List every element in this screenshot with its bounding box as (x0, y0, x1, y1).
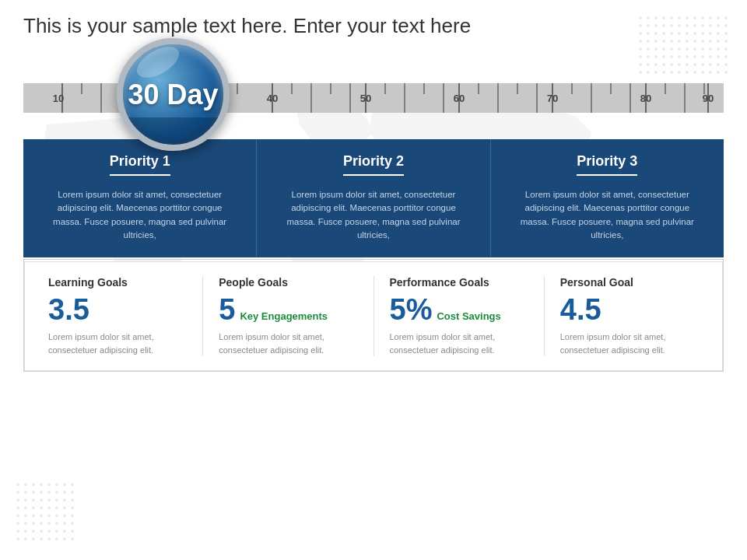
people-value-row: 5 Key Engagements (219, 295, 357, 324)
performance-badge: Cost Savings (437, 310, 500, 322)
main-content: This is your sample text here. Enter you… (0, 0, 747, 372)
people-goals-title: People Goals (219, 276, 357, 289)
svg-text:10: 10 (53, 93, 64, 104)
priority-2-title: Priority 2 (343, 153, 404, 176)
svg-text:50: 50 (360, 93, 371, 104)
svg-text:60: 60 (454, 93, 465, 104)
personal-value: 4.5 (560, 295, 601, 324)
performance-text: Lorem ipsum dolor sit amet, consectetuer… (390, 331, 528, 356)
performance-value-row: 5% Cost Savings (390, 295, 528, 324)
priority-2-text: Lorem ipsum dolor sit amet, consectetuer… (275, 188, 471, 242)
goal-box-people: People Goals 5 Key Engagements Lorem ips… (203, 276, 374, 356)
learning-value-row: 3.5 (48, 295, 187, 324)
page-title: This is your sample text here. Enter you… (23, 14, 724, 38)
magnifier-circle: 30 Day (117, 38, 230, 151)
people-badge: Key Engagements (240, 310, 328, 322)
goal-box-performance: Performance Goals 5% Cost Savings Lorem … (374, 276, 545, 356)
svg-text:40: 40 (267, 93, 278, 104)
priority-box-3: Priority 3 Lorem ipsum dolor sit amet, c… (491, 139, 724, 257)
ruler-container: 10 40 50 60 70 80 90 30 Day (23, 54, 724, 139)
priority-1-text: Lorem ipsum dolor sit amet, consectetuer… (42, 188, 237, 242)
goal-box-learning: Learning Goals 3.5 Lorem ipsum dolor sit… (33, 276, 203, 356)
goals-section: Learning Goals 3.5 Lorem ipsum dolor sit… (24, 261, 723, 371)
svg-text:90: 90 (703, 93, 714, 104)
learning-goals-title: Learning Goals (48, 276, 187, 289)
dot-pattern-bottom (16, 482, 78, 544)
svg-rect-5 (16, 482, 78, 544)
personal-value-row: 4.5 (560, 295, 699, 324)
priority-3-title: Priority 3 (577, 153, 637, 176)
learning-value: 3.5 (48, 295, 89, 324)
learning-text: Lorem ipsum dolor sit amet, consectetuer… (48, 331, 187, 356)
personal-text: Lorem ipsum dolor sit amet, consectetuer… (560, 331, 699, 356)
personal-goal-title: Personal Goal (560, 276, 699, 289)
performance-value: 5% (390, 295, 433, 324)
goals-outer: Learning Goals 3.5 Lorem ipsum dolor sit… (23, 259, 724, 372)
magnifier: 30 Day (117, 38, 241, 163)
people-value: 5 (219, 295, 235, 324)
performance-goals-title: Performance Goals (390, 276, 528, 289)
people-text: Lorem ipsum dolor sit amet, consectetuer… (219, 331, 357, 356)
svg-text:70: 70 (547, 93, 558, 104)
svg-text:80: 80 (640, 93, 651, 104)
goal-box-personal: Personal Goal 4.5 Lorem ipsum dolor sit … (545, 276, 714, 356)
priority-box-2: Priority 2 Lorem ipsum dolor sit amet, c… (257, 139, 490, 257)
magnifier-label: 30 Day (128, 79, 218, 111)
priority-3-text: Lorem ipsum dolor sit amet, consectetuer… (510, 188, 705, 242)
